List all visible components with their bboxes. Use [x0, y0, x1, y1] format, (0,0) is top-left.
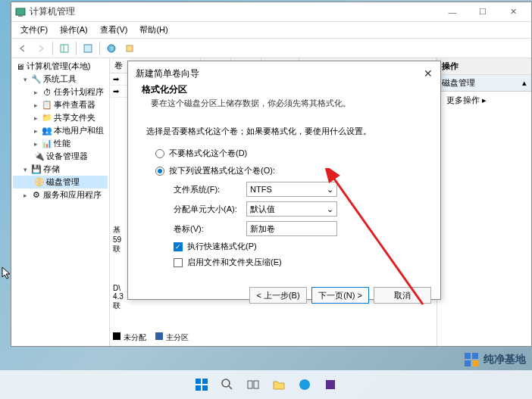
svg-rect-14 — [202, 379, 208, 384]
perf-icon: 📊 — [42, 139, 52, 149]
tree-task-scheduler[interactable]: ▸⏱任务计划程序 — [13, 86, 108, 98]
search-icon[interactable] — [217, 374, 238, 395]
radio-format[interactable]: 按下列设置格式化这个卷(O): — [146, 162, 422, 179]
services-icon: ⚙ — [31, 190, 42, 201]
wizard-prompt: 选择是否要格式化这个卷；如果要格式化，要使用什么设置。 — [146, 126, 422, 137]
wizard-subheading: 要在这个磁盘分区上储存数据，你必须先将其格式化。 — [142, 98, 427, 109]
event-icon: 📋 — [42, 100, 52, 111]
filesystem-select[interactable]: NTFS⌄ — [246, 182, 337, 197]
titlebar: 计算机管理 — ☐ ✕ — [11, 2, 531, 22]
menu-view[interactable]: 查看(V) — [94, 23, 134, 37]
checkbox-icon: ✓ — [174, 242, 183, 251]
radio-icon — [155, 149, 164, 158]
menu-action[interactable]: 操作(A) — [54, 23, 94, 37]
tree-local-users[interactable]: ▸👥本地用户和组 — [13, 124, 108, 137]
new-simple-volume-wizard: 新建简单卷向导 ✕ 格式化分区 要在这个磁盘分区上储存数据，你必须先将其格式化。… — [127, 61, 441, 300]
users-icon: 👥 — [42, 126, 52, 136]
radio-no-format[interactable]: 不要格式化这个卷(D) — [146, 145, 422, 162]
tree-root[interactable]: 🖥计算机管理(本地) — [13, 60, 108, 73]
dvd-size: 4.3 — [113, 292, 124, 301]
wizard-heading: 格式化分区 — [142, 83, 427, 96]
wizard-title: 新建简单卷向导 — [136, 67, 199, 80]
menubar: 文件(F) 操作(A) 查看(V) 帮助(H) — [11, 22, 531, 39]
svg-rect-2 — [61, 45, 68, 52]
window-title: 计算机管理 — [30, 5, 437, 18]
actions-header: 操作 — [437, 58, 531, 75]
svg-rect-9 — [465, 353, 471, 359]
tree-event-viewer[interactable]: ▸📋事件查看器 — [13, 98, 108, 111]
menu-help[interactable]: 帮助(H) — [133, 23, 174, 37]
show-hide-button[interactable] — [56, 40, 73, 57]
edge-icon[interactable] — [294, 374, 315, 395]
clock-icon: ⏱ — [42, 87, 52, 98]
actions-panel: 操作 磁盘管理▴ 更多操作 ▸ — [437, 58, 531, 346]
checkbox-quick-format[interactable]: ✓ 执行快速格式化(P) — [146, 238, 422, 254]
legend-primary-swatch — [155, 332, 163, 340]
svg-rect-10 — [472, 353, 478, 359]
device-icon: 🔌 — [34, 151, 45, 162]
svg-rect-16 — [202, 385, 208, 391]
next-button[interactable]: 下一页(N) > — [311, 287, 369, 304]
tree-disk-management[interactable]: 📀磁盘管理 — [13, 176, 108, 189]
checkbox-compression[interactable]: 启用文件和文件夹压缩(E) — [146, 254, 422, 270]
tree-services-apps[interactable]: ▸⚙服务和应用程序 — [13, 189, 108, 201]
svg-point-17 — [222, 379, 230, 387]
allocation-select[interactable]: 默认值⌄ — [246, 201, 337, 217]
disk-info-online: 联 — [113, 244, 121, 254]
chevron-down-icon: ⌄ — [327, 204, 333, 214]
folder-icon: 📁 — [42, 113, 52, 123]
cancel-button[interactable]: 取消 — [374, 287, 431, 304]
wizard-close-button[interactable]: ✕ — [424, 67, 433, 80]
maximize-button[interactable]: ☐ — [468, 3, 498, 21]
disk-icon: 📀 — [34, 177, 45, 188]
back-button[interactable]: < 上一步(B) — [249, 287, 307, 304]
minimize-button[interactable]: — — [437, 3, 468, 21]
actions-more[interactable]: 更多操作 ▸ — [437, 92, 531, 109]
computer-icon: 🖥 — [14, 61, 25, 72]
back-button[interactable] — [14, 40, 31, 57]
svg-point-21 — [299, 379, 310, 390]
volume-label-input[interactable]: 新加卷 — [246, 221, 337, 236]
task-view-icon[interactable] — [243, 374, 264, 395]
checkbox-icon — [174, 258, 183, 267]
actions-section[interactable]: 磁盘管理▴ — [437, 75, 531, 92]
tree-device-manager[interactable]: 🔌设备管理器 — [13, 150, 108, 163]
start-button[interactable] — [191, 374, 212, 395]
watermark: 纯净基地 — [464, 352, 526, 367]
svg-line-18 — [229, 386, 232, 389]
chevron-right-icon: ▸ — [482, 95, 487, 104]
svg-rect-7 — [127, 45, 133, 51]
radio-icon — [155, 167, 164, 176]
disk-info-size: 59 — [113, 235, 121, 244]
tree-system-tools[interactable]: ▾🔧系统工具 — [13, 73, 108, 86]
svg-rect-11 — [465, 360, 471, 366]
chevron-down-icon: ⌄ — [327, 185, 333, 195]
watermark-logo-icon — [464, 352, 479, 367]
toolbar: ? — [11, 39, 531, 58]
svg-rect-19 — [248, 381, 252, 388]
svg-rect-4 — [84, 45, 92, 52]
tree-shared-folders[interactable]: ▸📁共享文件夹 — [13, 111, 108, 124]
nav-tree[interactable]: 🖥计算机管理(本地) ▾🔧系统工具 ▸⏱任务计划程序 ▸📋事件查看器 ▸📁共享文… — [11, 58, 110, 346]
tree-performance[interactable]: ▸📊性能 — [13, 137, 108, 150]
svg-text:?: ? — [110, 45, 114, 52]
cursor-icon — [2, 267, 12, 280]
tree-storage[interactable]: ▾💾存储 — [13, 163, 108, 176]
menu-file[interactable]: 文件(F) — [14, 23, 54, 37]
dvd-label: D\ — [113, 284, 124, 292]
svg-rect-0 — [16, 8, 25, 15]
label-volume-label: 卷标(V): — [174, 223, 240, 235]
legend: 未分配 主分区 — [113, 332, 189, 343]
dvd-online: 联 — [113, 301, 124, 311]
help-button[interactable]: ? — [103, 40, 120, 57]
taskbar[interactable] — [0, 370, 532, 399]
disk-info-basic: 基 — [113, 225, 121, 235]
close-button[interactable]: ✕ — [498, 3, 528, 21]
properties-button[interactable] — [80, 40, 96, 57]
app-icon[interactable] — [320, 374, 341, 395]
svg-rect-12 — [472, 360, 478, 366]
explorer-icon[interactable] — [268, 374, 289, 395]
forward-button[interactable] — [33, 40, 49, 57]
svg-rect-13 — [196, 379, 201, 384]
refresh-button[interactable] — [121, 40, 138, 57]
